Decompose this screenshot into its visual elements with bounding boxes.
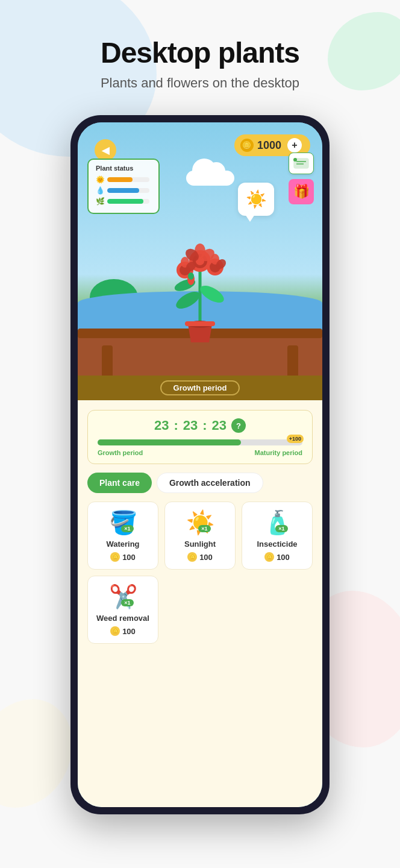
- svg-point-23: [188, 272, 194, 280]
- weed-removal-price: 100: [122, 627, 136, 636]
- speech-bubble: ☀️: [238, 183, 274, 216]
- timer-colon-1: :: [173, 418, 178, 433]
- progress-bonus-badge: +100: [287, 435, 304, 443]
- desk-leg-left: [102, 345, 113, 376]
- weed-removal-name: Weed removal: [96, 614, 149, 623]
- timer-seconds: 23: [212, 418, 227, 433]
- insecticide-icon: 🧴 ×1: [263, 509, 292, 536]
- tab-growth-acceleration[interactable]: Growth acceleration: [157, 473, 263, 493]
- phone-screen: ◀ 🪙 1000 + Plant status 🌞: [78, 122, 322, 807]
- mini-card-1[interactable]: [289, 153, 314, 174]
- growth-bar-section: Growth period: [78, 376, 322, 400]
- insecticide-name: Insecticide: [257, 539, 297, 549]
- weed-removal-coin-icon: 🪙: [110, 626, 120, 636]
- svg-rect-25: [185, 321, 215, 326]
- insecticide-price: 100: [277, 553, 290, 562]
- growth-period-label: Growth period: [160, 380, 240, 395]
- plant-status-card: Plant status 🌞 💧 🌿: [87, 159, 160, 214]
- bottom-panel: 23 : 23 : 23 ? +100 Growth period Maturi…: [78, 400, 322, 807]
- insecticide-coin-icon: 🪙: [264, 552, 274, 562]
- back-button[interactable]: ◀: [95, 139, 116, 161]
- header: Desktop plants Plants and flowers on the…: [0, 0, 400, 91]
- leaf-bar-bg: [107, 199, 149, 204]
- timer-help-button[interactable]: ?: [231, 418, 246, 433]
- watering-icon: 🪣 ×1: [109, 509, 137, 536]
- insecticide-badge: ×1: [275, 525, 287, 532]
- coin-value: 1000: [257, 139, 281, 152]
- plant-pot-area: [155, 222, 245, 342]
- sun-bar-fill: [107, 177, 133, 182]
- water-bar-fill: [107, 188, 139, 193]
- timer-colon-2: :: [202, 418, 207, 433]
- care-item-sunlight[interactable]: ☀️ ×1 Sunlight 🪙 100: [164, 502, 236, 570]
- sunlight-name: Sunlight: [184, 539, 216, 549]
- leaf-status-row: 🌿: [96, 197, 151, 206]
- add-coins-button[interactable]: +: [287, 138, 302, 153]
- cards-panel: 🎁: [289, 153, 314, 204]
- sunlight-cost: 🪙 100: [187, 552, 213, 562]
- gift-button[interactable]: 🎁: [289, 179, 314, 204]
- care-item-insecticide[interactable]: 🧴 ×1 Insecticide 🪙 100: [242, 502, 313, 570]
- progress-labels: Growth period Maturity period: [98, 449, 302, 456]
- care-items-bottom: ✂️ ×1 Weed removal 🪙 100: [87, 576, 313, 644]
- tabs-row: Plant care Growth acceleration: [87, 473, 313, 493]
- phone-wrapper: ◀ 🪙 1000 + Plant status 🌞: [0, 115, 400, 814]
- plant-status-title: Plant status: [96, 165, 151, 172]
- app-title: Desktop plants: [0, 36, 400, 69]
- sunlight-price: 100: [199, 553, 213, 562]
- desk-leg-right: [287, 345, 298, 376]
- sun-status-row: 🌞: [96, 175, 151, 184]
- progress-bar-fill: [98, 439, 241, 445]
- growth-period-text: Growth period: [98, 449, 143, 456]
- water-status-icon: 💧: [96, 186, 105, 195]
- cloud: [186, 171, 234, 186]
- game-scene: ◀ 🪙 1000 + Plant status 🌞: [78, 122, 322, 376]
- timer-minutes: 23: [183, 418, 198, 433]
- leaf-status-icon: 🌿: [96, 197, 105, 206]
- weed-removal-badge: ×1: [121, 599, 133, 606]
- app-subtitle: Plants and flowers on the desktop: [0, 75, 400, 91]
- watering-badge: ×1: [121, 525, 133, 532]
- speech-sun-icon: ☀️: [246, 189, 267, 209]
- watering-name: Watering: [106, 539, 139, 549]
- watering-cost: 🪙 100: [110, 552, 136, 562]
- maturity-period-text: Maturity period: [255, 449, 302, 456]
- sun-bar-bg: [107, 177, 149, 182]
- svg-point-5: [173, 288, 202, 312]
- plant-svg: [155, 222, 245, 342]
- sunlight-coin-icon: 🪙: [187, 552, 197, 562]
- svg-point-3: [293, 158, 297, 162]
- weed-removal-icon: ✂️ ×1: [109, 583, 137, 610]
- insecticide-cost: 🪙 100: [264, 552, 290, 562]
- coin-icon: 🪙: [240, 139, 254, 152]
- progress-bar-wrapper: +100: [98, 439, 302, 445]
- water-status-row: 💧: [96, 186, 151, 195]
- watering-coin-icon: 🪙: [110, 552, 120, 562]
- water-bar-bg: [107, 188, 149, 193]
- sun-status-icon: 🌞: [96, 175, 105, 184]
- tab-plant-care[interactable]: Plant care: [87, 473, 152, 493]
- sunlight-icon: ☀️ ×1: [186, 509, 214, 536]
- phone-mockup: ◀ 🪙 1000 + Plant status 🌞: [70, 115, 330, 814]
- sunlight-badge: ×1: [198, 525, 210, 532]
- care-item-watering[interactable]: 🪣 ×1 Watering 🪙 100: [87, 502, 158, 570]
- timer-row: 23 : 23 : 23 ?: [98, 418, 302, 433]
- care-item-weed-removal[interactable]: ✂️ ×1 Weed removal 🪙 100: [87, 576, 158, 644]
- timer-hours: 23: [154, 418, 169, 433]
- timer-section: 23 : 23 : 23 ? +100 Growth period Maturi…: [87, 410, 313, 464]
- care-items-grid: 🪣 ×1 Watering 🪙 100 ☀️ ×1: [87, 502, 313, 570]
- weed-removal-cost: 🪙 100: [110, 626, 136, 636]
- svg-point-6: [198, 282, 227, 306]
- leaf-bar-fill: [107, 199, 143, 204]
- watering-price: 100: [122, 553, 136, 562]
